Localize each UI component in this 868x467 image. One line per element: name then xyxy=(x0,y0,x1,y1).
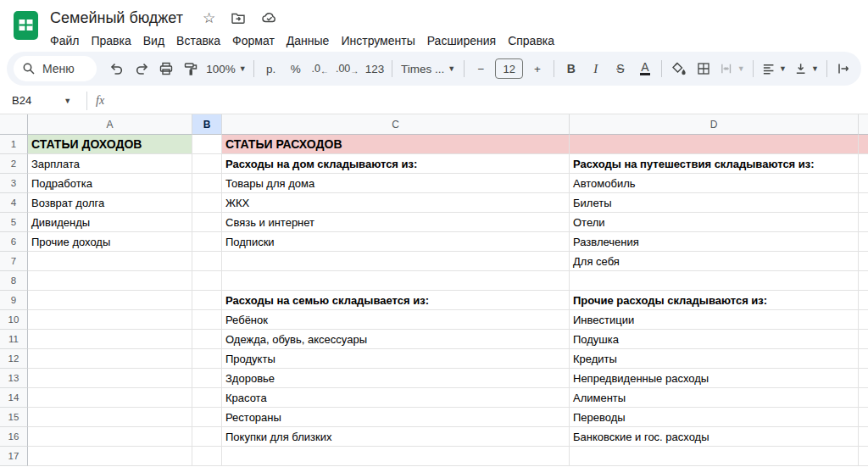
menu-extensions[interactable]: Расширения xyxy=(421,31,502,50)
menu-tools[interactable]: Инструменты xyxy=(335,31,420,50)
cell-A4[interactable]: Возврат долга xyxy=(28,193,192,213)
column-header-B[interactable]: B xyxy=(192,114,222,135)
row-header-8[interactable]: 8 xyxy=(0,271,28,291)
column-header-C[interactable]: C xyxy=(222,114,570,135)
cell-D14[interactable]: Алименты xyxy=(570,388,859,408)
cell-A5[interactable]: Дивиденды xyxy=(28,213,192,232)
row-header-4[interactable]: 4 xyxy=(0,193,28,213)
cell-C10[interactable]: Ребёнок xyxy=(222,310,570,330)
cell-E12[interactable] xyxy=(859,349,868,369)
cell-D5[interactable]: Отели xyxy=(570,213,859,232)
cell-E2[interactable] xyxy=(859,154,868,174)
cell-A9[interactable] xyxy=(28,291,192,310)
menu-data[interactable]: Данные xyxy=(281,31,336,50)
cell-B10[interactable] xyxy=(192,310,222,330)
cell-D6[interactable]: Развлечения xyxy=(570,232,859,252)
cell-E6[interactable] xyxy=(859,232,868,252)
cell-B8[interactable] xyxy=(192,271,222,291)
cell-C9[interactable]: Расходы на семью складывается из: xyxy=(222,291,570,310)
row-header-14[interactable]: 14 xyxy=(0,388,28,408)
paint-format-button[interactable] xyxy=(179,57,203,81)
cell-E13[interactable] xyxy=(859,369,868,388)
cloud-saved-icon[interactable] xyxy=(261,10,278,25)
cell-C17[interactable] xyxy=(222,447,570,466)
search-menus-button[interactable]: Меню xyxy=(14,56,97,81)
cell-B14[interactable] xyxy=(192,388,222,408)
cell-C16[interactable]: Покупки для близких xyxy=(222,427,570,447)
cell-B1[interactable] xyxy=(192,135,222,154)
cell-C4[interactable]: ЖКХ xyxy=(222,193,570,213)
cell-E7[interactable] xyxy=(859,252,868,271)
cell-A17[interactable] xyxy=(28,447,192,466)
horizontal-align-button[interactable]: ▼ xyxy=(758,57,790,81)
strikethrough-button[interactable]: S xyxy=(608,57,632,81)
borders-button[interactable] xyxy=(691,57,715,81)
row-header-5[interactable]: 5 xyxy=(0,213,28,232)
move-to-folder-icon[interactable] xyxy=(231,10,246,25)
currency-format-button[interactable]: р. xyxy=(259,57,283,81)
cell-C6[interactable]: Подписки xyxy=(222,232,570,252)
font-size-input[interactable]: 12 xyxy=(495,58,523,79)
row-header-10[interactable]: 10 xyxy=(0,310,28,330)
cell-D17[interactable] xyxy=(570,447,859,466)
cell-A2[interactable]: Зарплата xyxy=(28,154,192,174)
select-all-corner[interactable] xyxy=(0,114,28,135)
cell-D3[interactable]: Автомобиль xyxy=(570,174,859,193)
cell-B7[interactable] xyxy=(192,252,222,271)
cell-E1[interactable] xyxy=(859,135,868,154)
cell-A7[interactable] xyxy=(28,252,192,271)
cell-E5[interactable] xyxy=(859,213,868,232)
cell-A12[interactable] xyxy=(28,349,192,369)
cell-A16[interactable] xyxy=(28,427,192,447)
cell-D16[interactable]: Банковские и гос. расходы xyxy=(570,427,859,447)
cell-A8[interactable] xyxy=(28,271,192,291)
cell-E8[interactable] xyxy=(859,271,868,291)
menu-view[interactable]: Вид xyxy=(137,31,170,50)
bold-button[interactable]: B xyxy=(559,57,583,81)
column-header-A[interactable]: A xyxy=(28,114,192,135)
cell-A11[interactable] xyxy=(28,330,192,349)
row-header-15[interactable]: 15 xyxy=(0,408,28,427)
cell-E14[interactable] xyxy=(859,388,868,408)
cell-D8[interactable] xyxy=(570,271,859,291)
menu-file[interactable]: Файл xyxy=(44,31,85,50)
cell-B4[interactable] xyxy=(192,193,222,213)
cell-A3[interactable]: Подработка xyxy=(28,174,192,193)
row-header-9[interactable]: 9 xyxy=(0,291,28,310)
increase-decimal-button[interactable]: .00→ xyxy=(332,57,362,81)
cell-B5[interactable] xyxy=(192,213,222,232)
cell-D2[interactable]: Расходы на путешествия складываются из: xyxy=(570,154,859,174)
cell-D11[interactable]: Подушка xyxy=(570,330,859,349)
number-format-button[interactable]: 123 xyxy=(362,57,387,81)
cell-B13[interactable] xyxy=(192,369,222,388)
cell-B11[interactable] xyxy=(192,330,222,349)
italic-button[interactable]: I xyxy=(583,57,608,81)
merge-cells-button[interactable]: ▼ xyxy=(715,57,748,81)
cell-B16[interactable] xyxy=(192,427,222,447)
font-select[interactable]: Times ... ▼ xyxy=(397,57,459,81)
cell-D9[interactable]: Прочие расходы складываются из: xyxy=(570,291,859,310)
cell-A10[interactable] xyxy=(28,310,192,330)
cell-A1[interactable]: СТАТЬИ ДОХОДОВ xyxy=(28,135,192,154)
cell-D10[interactable]: Инвестиции xyxy=(570,310,859,330)
decrease-font-size-button[interactable]: − xyxy=(469,57,493,81)
cell-B17[interactable] xyxy=(192,447,222,466)
cell-A15[interactable] xyxy=(28,408,192,427)
menu-help[interactable]: Справка xyxy=(502,31,560,50)
row-header-12[interactable]: 12 xyxy=(0,349,28,369)
row-header-1[interactable]: 1 xyxy=(0,135,28,154)
cell-D7[interactable]: Для себя xyxy=(570,252,859,271)
zoom-select[interactable]: 100% ▼ xyxy=(203,57,249,81)
cell-C1[interactable]: СТАТЬИ РАСХОДОВ xyxy=(222,135,570,154)
cell-E3[interactable] xyxy=(859,174,868,193)
decrease-decimal-button[interactable]: .0← xyxy=(308,57,332,81)
cell-D1[interactable] xyxy=(570,135,859,154)
cell-E11[interactable] xyxy=(859,330,868,349)
vertical-align-button[interactable]: ▼ xyxy=(790,57,822,81)
document-title[interactable]: Семейный бюджет xyxy=(50,9,183,27)
cell-D13[interactable]: Непредвиденные расходы xyxy=(570,369,859,388)
cell-D12[interactable]: Кредиты xyxy=(570,349,859,369)
row-header-11[interactable]: 11 xyxy=(0,330,28,349)
cell-C7[interactable] xyxy=(222,252,570,271)
star-icon[interactable]: ☆ xyxy=(203,11,215,25)
